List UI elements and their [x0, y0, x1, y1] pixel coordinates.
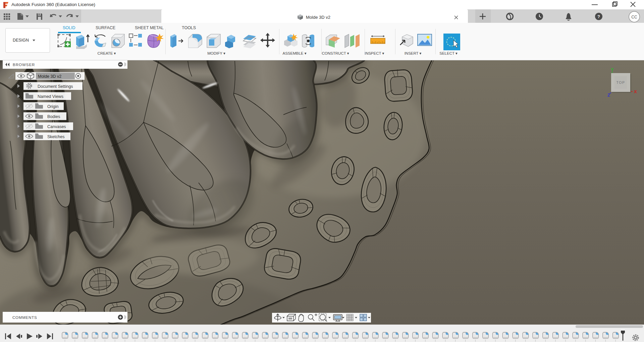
- svg-text:Y: Y: [611, 67, 614, 72]
- svg-text:Bodies: Bodies: [47, 114, 60, 119]
- svg-text:X: X: [634, 89, 637, 94]
- svg-text:TOP: TOP: [616, 80, 625, 84]
- svg-text:BROWSER: BROWSER: [13, 63, 35, 67]
- svg-text:Canvases: Canvases: [47, 124, 66, 129]
- svg-text:Sketches: Sketches: [47, 134, 64, 139]
- svg-text:COMMENTS: COMMENTS: [12, 316, 37, 320]
- svg-text:Origin: Origin: [47, 104, 58, 109]
- svg-text:?: ?: [597, 14, 600, 19]
- svg-text:Document Settings: Document Settings: [38, 84, 73, 89]
- svg-text:CC: CC: [631, 15, 637, 19]
- svg-text:Named Views: Named Views: [38, 94, 63, 99]
- svg-text:Molde 3D v2: Molde 3D v2: [38, 74, 61, 79]
